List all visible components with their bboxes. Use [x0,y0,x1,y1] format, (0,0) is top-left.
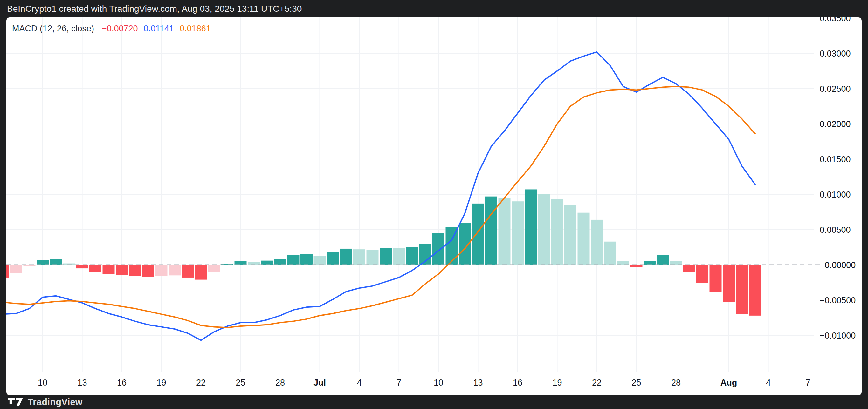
histogram-bar [499,198,510,265]
histogram-bar [37,260,49,265]
x-axis-label: 22 [592,378,601,387]
y-axis-labels: 0.035000.030000.025000.020000.015000.010… [820,18,856,340]
histogram-bar [736,265,748,314]
histogram-bar [564,205,577,265]
tradingview-brand-text[interactable]: TradingView [28,397,83,407]
macd-chart-panel[interactable]: 0.035000.030000.025000.020000.015000.010… [6,18,862,395]
histogram-bar [657,255,669,265]
tradingview-logo-icon[interactable] [8,398,23,407]
x-axis-label: 10 [434,378,443,387]
histogram-bar [142,265,154,277]
histogram-bar [327,252,339,265]
histogram-bar [353,249,365,265]
legend-histogram-value: −0.00720 [102,24,138,34]
histogram-bar [6,265,9,277]
histogram-bar [50,259,62,265]
histogram-bar [314,255,326,265]
legend-macd-value: 0.01141 [144,24,174,34]
histogram-bar [485,197,497,265]
title-bar: BeInCrypto1 created with TradingView.com… [0,0,868,18]
histogram-bar [644,261,656,265]
histogram-bar [393,248,405,265]
x-axis-label: Aug [720,378,737,387]
histogram-bar [670,261,682,265]
x-axis-label: 22 [196,378,206,387]
histogram-bar [116,265,128,275]
histogram-bar [551,199,563,265]
histogram-bar [710,265,722,293]
y-axis-label: 0.02000 [820,120,851,129]
histogram-bar [696,265,708,283]
y-axis-label: 0.01000 [820,190,851,199]
x-axis-label: 4 [357,378,362,387]
histogram-bar [89,265,101,272]
histogram-bar [380,248,392,265]
y-axis-label: 0.01500 [820,155,851,164]
x-axis-label: 7 [805,378,810,387]
macd-chart-svg[interactable]: 0.035000.030000.025000.020000.015000.010… [6,18,862,395]
histogram-bar [195,265,207,280]
y-axis-label: 0.03500 [820,18,851,23]
x-axis-label: 13 [77,378,87,387]
histogram-bar [129,265,141,276]
x-axis-label: 16 [117,378,127,387]
x-axis-label: 10 [38,378,48,387]
histogram-bar [472,204,484,265]
histogram-bar [525,189,537,265]
histogram-bar [168,265,181,275]
histogram-bar [578,213,590,265]
y-axis-label: 0.02500 [820,84,851,94]
x-axis-label: 13 [473,378,483,387]
histogram-bar [749,265,761,316]
histogram-bar [10,265,22,273]
histogram-bar [287,255,300,265]
histogram-bar [432,233,444,265]
histogram-bar [617,261,629,265]
macd-histogram-bars [6,189,761,315]
histogram-bar [103,265,115,274]
histogram-bar [274,259,286,265]
histogram-bar [340,249,352,265]
indicator-name: MACD (12, 26, close) [12,24,94,34]
x-axis-label: 28 [671,378,681,387]
histogram-bar [723,265,735,302]
histogram-bar [604,242,616,265]
x-axis-labels: 10131619222528Jul4710131619222528Aug47 [38,378,810,387]
histogram-bar [208,265,220,272]
x-axis-label: 28 [275,378,285,387]
y-axis-label: −0.00500 [820,296,856,305]
histogram-bar [367,250,379,265]
y-axis-label: −0.01000 [820,331,856,340]
x-axis-label: 19 [552,378,562,387]
histogram-bar [538,194,550,265]
footer-bar: TradingView [0,395,868,409]
histogram-bar [155,265,167,276]
y-axis-label: −0.00000 [820,261,856,270]
histogram-bar [182,265,194,277]
histogram-bar [261,261,273,265]
macd-line [6,52,755,340]
x-axis-label: 19 [156,378,166,387]
x-axis-label: Jul [313,378,326,387]
x-axis-label: 7 [397,378,401,387]
legend-signal-value: 0.01861 [180,24,211,34]
vertical-gridlines [42,18,808,373]
x-axis-label: 4 [766,378,771,387]
horizontal-gridlines [6,18,814,335]
histogram-bar [235,261,247,265]
x-axis-label: 25 [236,378,245,387]
page-title: BeInCrypto1 created with TradingView.com… [7,4,302,14]
macd-legend: MACD (12, 26, close) −0.00720 0.01141 0.… [12,24,211,34]
histogram-bar [76,265,88,268]
histogram-bar [406,247,418,265]
x-axis-label: 25 [631,378,641,387]
x-axis-label: 16 [513,378,522,387]
y-axis-label: 0.03000 [820,49,851,59]
signal-line [6,87,755,328]
histogram-bar [683,265,695,272]
y-axis-label: 0.00500 [820,225,851,235]
histogram-bar [301,254,313,265]
histogram-bar [591,220,603,265]
histogram-bar [512,201,524,265]
